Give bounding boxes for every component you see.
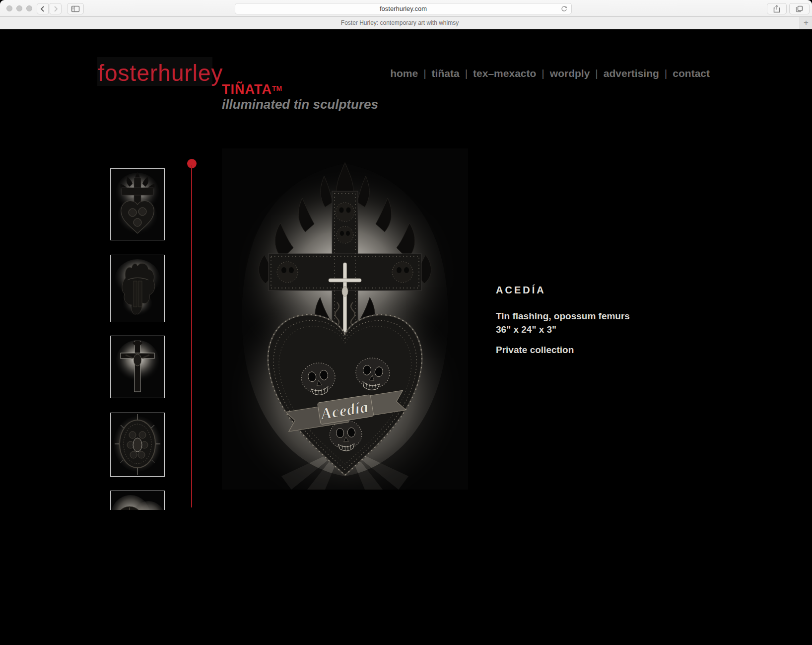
show-all-tabs-button[interactable]	[789, 3, 810, 14]
nav-separator: |	[423, 68, 426, 79]
gallery-position-line	[191, 165, 192, 507]
brand-title: TIÑATATM	[222, 82, 282, 97]
close-window-button[interactable]	[6, 5, 12, 11]
page-content: fosterhurley home | tiñata | tex–mexacto…	[0, 29, 812, 645]
trademark: TM	[272, 84, 282, 92]
url-text: fosterhurley.com	[380, 5, 427, 12]
nav-item-advertising[interactable]: advertising	[604, 68, 659, 79]
plus-icon: +	[804, 18, 809, 28]
artwork-collection: Private collection	[496, 345, 630, 356]
share-button[interactable]	[767, 3, 787, 14]
brand-subtitle: illuminated tin sculptures	[222, 97, 378, 112]
nav-separator: |	[665, 68, 667, 79]
nav-item-wordply[interactable]: wordply	[550, 68, 590, 79]
artwork-title: ACEDÍA	[496, 285, 630, 296]
share-icon	[773, 4, 781, 13]
nav-separator: |	[595, 68, 598, 79]
sidebar-toggle-button[interactable]	[67, 3, 84, 14]
forward-button[interactable]	[50, 3, 62, 14]
nav-separator: |	[541, 68, 544, 79]
thumbnail-flaming-heart-cross[interactable]	[110, 168, 165, 240]
chevron-left-icon	[39, 5, 47, 13]
thumbnail-crucifix[interactable]	[110, 336, 165, 398]
back-button[interactable]	[37, 3, 49, 14]
artwork-materials: Tin flashing, opossum femurs	[496, 309, 630, 323]
chevron-right-icon	[52, 5, 60, 13]
nav-item-contact[interactable]: contact	[673, 68, 710, 79]
minimize-window-button[interactable]	[16, 5, 22, 11]
new-tab-button[interactable]: +	[800, 17, 812, 29]
tab-title: Foster Hurley: contemporary art with whi…	[341, 19, 459, 26]
tab-bar: Foster Hurley: contemporary art with whi…	[0, 17, 812, 29]
nav-item-tinata[interactable]: tiñata	[432, 68, 460, 79]
thumbnail-rosette-wheels[interactable]	[110, 491, 165, 510]
thumbnail-oval-nicho[interactable]	[110, 413, 165, 477]
sidebar-icon	[70, 5, 80, 13]
nav-separator: |	[465, 68, 468, 79]
nav-item-tex-mexacto[interactable]: tex–mexacto	[473, 68, 536, 79]
nav-item-home[interactable]: home	[390, 68, 418, 79]
artwork-dimensions: 36" x 24" x 3"	[496, 323, 630, 336]
thumbnail-rail	[110, 168, 166, 510]
thumbnail-tin-saddle[interactable]	[110, 255, 165, 322]
artwork-photo: Acedía	[222, 148, 468, 490]
tabs-overview-icon	[795, 5, 804, 13]
reload-icon[interactable]	[560, 5, 568, 13]
zoom-window-button[interactable]	[26, 5, 32, 11]
browser-toolbar: fosterhurley.com	[0, 0, 812, 17]
main-nav: home | tiñata | tex–mexacto | wordply | …	[0, 68, 710, 79]
artwork-caption: ACEDÍA Tin flashing, opossum femurs 36" …	[496, 285, 630, 356]
tab-foster-hurley[interactable]: Foster Hurley: contemporary art with whi…	[0, 17, 800, 29]
address-bar[interactable]: fosterhurley.com	[235, 3, 572, 14]
